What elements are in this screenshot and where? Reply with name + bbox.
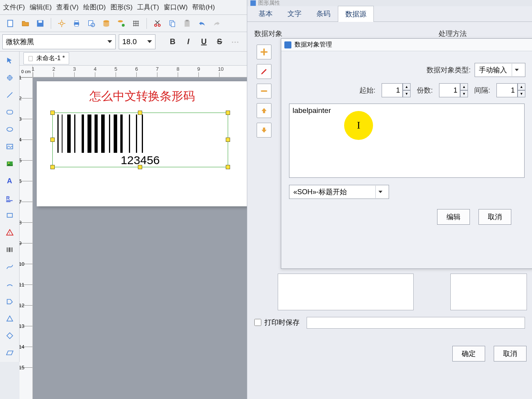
count-input[interactable] [439, 83, 460, 97]
data-text-input[interactable]: labelpainter I [289, 104, 525, 178]
image-tool[interactable] [1, 156, 19, 172]
polygon-tool[interactable] [1, 293, 19, 310]
process-method-list[interactable] [450, 274, 527, 310]
tab-datasource[interactable]: 数据源 [338, 6, 374, 22]
count-spinner[interactable]: ▲▼ [439, 83, 468, 97]
gap-spinner[interactable]: ▲▼ [496, 83, 525, 97]
type-combo[interactable]: 手动输入 [475, 63, 525, 77]
save-button[interactable] [34, 17, 47, 30]
start-label: 起始: [359, 86, 375, 95]
parallelogram-tool[interactable] [1, 345, 19, 361]
resize-handle[interactable] [226, 111, 230, 115]
settings-button[interactable] [55, 17, 68, 30]
svg-rect-9 [75, 20, 78, 22]
cancel-button[interactable]: 取消 [494, 346, 527, 361]
spin-up[interactable]: ▲ [403, 83, 411, 90]
more-format-button[interactable]: ⋯ [228, 35, 242, 49]
database-link-button[interactable] [114, 17, 128, 30]
font-size-select[interactable]: 18.0 [119, 34, 155, 49]
start-spinner[interactable]: ▲▼ [382, 83, 411, 97]
dialog-edit-button[interactable]: 编辑 [437, 209, 470, 225]
open-file-button[interactable] [19, 17, 32, 30]
resize-handle[interactable] [50, 111, 55, 115]
diamond-tool[interactable] [1, 327, 19, 344]
database-button[interactable] [100, 17, 113, 30]
resize-handle[interactable] [50, 138, 55, 142]
undo-button[interactable] [195, 17, 209, 30]
canvas-area[interactable]: 0 cm 12345678910 123456789101112131415 怎… [20, 66, 247, 399]
menu-view[interactable]: 查看(V) [56, 3, 79, 12]
document-tab[interactable]: 未命名-1 * [23, 52, 69, 64]
ok-button[interactable]: 确定 [452, 346, 485, 361]
svg-point-33 [7, 127, 13, 131]
start-input[interactable] [382, 83, 403, 97]
cursor-highlight: I [344, 111, 373, 140]
menu-help[interactable]: 帮助(H) [192, 3, 215, 12]
ellipse-tool[interactable] [1, 121, 19, 138]
rounded-rect-tool[interactable] [1, 104, 19, 120]
move-up-button[interactable] [257, 103, 271, 118]
preview-button[interactable] [85, 17, 98, 30]
dialog-cancel-button[interactable]: 取消 [478, 209, 511, 225]
resize-handle[interactable] [138, 165, 142, 169]
line-tool[interactable] [1, 87, 19, 103]
resize-handle[interactable] [50, 165, 55, 169]
group-label-process: 处理方法 [439, 29, 467, 38]
menu-edit[interactable]: 编辑(E) [30, 3, 52, 12]
warning-tool[interactable]: ! [1, 224, 19, 241]
add-button[interactable] [257, 45, 271, 59]
resize-handle[interactable] [226, 138, 230, 142]
spin-down[interactable]: ▼ [518, 90, 525, 97]
curve-tool[interactable] [1, 259, 19, 275]
resize-handle[interactable] [138, 111, 142, 115]
paste-button[interactable] [180, 17, 194, 30]
barcode-tool[interactable] [1, 242, 19, 258]
text-tool[interactable]: A [1, 173, 19, 189]
menu-file[interactable]: 文件(F) [3, 3, 25, 12]
tab-basic[interactable]: 基本 [251, 5, 280, 21]
move-down-button[interactable] [257, 123, 271, 138]
select-tool[interactable] [1, 52, 19, 69]
tab-text[interactable]: 文字 [280, 5, 309, 21]
spin-down[interactable]: ▼ [403, 90, 411, 97]
spin-up[interactable]: ▲ [460, 83, 468, 90]
edit-button[interactable] [257, 64, 271, 79]
menu-shape[interactable]: 图形(S) [111, 3, 133, 12]
menu-window[interactable]: 窗口(W) [164, 3, 187, 12]
svg-rect-41 [7, 213, 12, 217]
redo-button[interactable] [210, 17, 223, 30]
spin-up[interactable]: ▲ [518, 83, 525, 90]
font-select[interactable]: 微软雅黑 [2, 34, 116, 49]
remove-button[interactable] [257, 84, 271, 98]
italic-button[interactable]: I [181, 35, 195, 49]
image-frame-tool[interactable] [1, 138, 19, 155]
triangle-tool[interactable] [1, 310, 19, 327]
grid-button[interactable] [129, 17, 143, 30]
resize-handle[interactable] [226, 165, 230, 169]
spin-down[interactable]: ▼ [460, 90, 468, 97]
dialog-titlebar[interactable]: 数据对象管理 [281, 39, 532, 51]
tab-barcode[interactable]: 条码 [309, 5, 338, 21]
gap-input[interactable] [496, 83, 518, 97]
menu-tools[interactable]: 工具(T) [137, 3, 159, 12]
data-object-list[interactable] [278, 274, 414, 310]
copy-button[interactable] [166, 17, 179, 30]
menu-draw[interactable]: 绘图(D) [83, 3, 106, 12]
strike-button[interactable]: S [212, 35, 227, 49]
print-button[interactable] [70, 17, 83, 30]
print-save-input[interactable] [307, 317, 525, 329]
underline-button[interactable]: U [197, 35, 211, 49]
bold-button[interactable]: B [166, 35, 180, 49]
canvas-page[interactable]: 怎么中文转换条形码 123456 [37, 81, 247, 206]
print-save-checkbox[interactable] [254, 319, 261, 326]
richtext-tool[interactable]: R [1, 190, 19, 206]
barcode-object[interactable]: 123456 [52, 113, 228, 167]
arc-tool[interactable] [1, 276, 19, 292]
cut-button[interactable] [151, 17, 164, 30]
new-file-button[interactable] [4, 17, 17, 30]
soh-combo[interactable]: «SOH»-标题开始 [289, 185, 389, 199]
rect-tool[interactable] [1, 207, 19, 224]
canvas-title-text[interactable]: 怎么中文转换条形码 [37, 88, 247, 104]
svg-rect-2 [38, 20, 42, 23]
pan-tool[interactable] [1, 70, 19, 86]
